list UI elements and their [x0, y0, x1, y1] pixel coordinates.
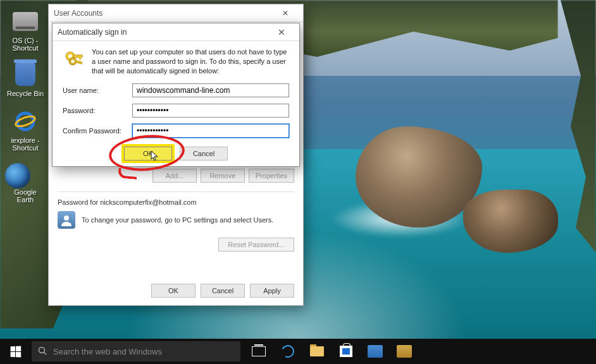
search-placeholder: Search the web and Windows: [53, 347, 162, 356]
dialog-intro-text: You can set up your computer so that use…: [92, 47, 289, 76]
desktop-icon-recycle-bin[interactable]: Recycle Bin: [5, 63, 46, 97]
search-icon: [38, 346, 47, 357]
add-button: Add...: [152, 169, 197, 183]
close-icon[interactable]: ✕: [269, 27, 294, 37]
user-icon: [58, 211, 75, 229]
start-button[interactable]: [0, 339, 30, 364]
desktop-icon-label: Recycle Bin: [5, 90, 46, 97]
dialog-title: User Accounts: [54, 9, 102, 18]
username-label: User name:: [63, 87, 132, 94]
username-input[interactable]: [132, 83, 289, 97]
password-section-heading: Password for nickscomputerfix@hotmail.co…: [58, 198, 294, 206]
earth-icon: [5, 163, 30, 188]
properties-button: Properties: [249, 169, 294, 183]
store-icon: [340, 346, 352, 357]
cancel-button[interactable]: Cancel: [180, 147, 228, 161]
password-input[interactable]: [132, 104, 289, 118]
desktop-icon-iexplore[interactable]: iexplore - Shortcut: [5, 109, 46, 152]
desktop-icon-label: OS (C) - Shortcut: [5, 37, 46, 52]
ie-icon: [13, 109, 38, 134]
password-label: Password:: [63, 107, 132, 114]
apply-button[interactable]: Apply: [250, 284, 294, 298]
desktop-icon-drive[interactable]: OS (C) - Shortcut: [5, 12, 46, 52]
svg-line-11: [44, 352, 47, 355]
svg-point-8: [71, 60, 75, 63]
password-hint: To change your password, go to PC settin…: [82, 216, 273, 224]
dialog-titlebar[interactable]: User Accounts ✕: [49, 4, 303, 22]
svg-rect-6: [79, 58, 81, 60]
ok-button[interactable]: OK: [151, 284, 196, 298]
desktop-icon-label: iexplore - Shortcut: [5, 136, 46, 152]
task-view-icon: [252, 346, 266, 356]
cancel-button[interactable]: Cancel: [201, 284, 245, 298]
auto-signin-dialog: Automatically sign in ✕ You can set up y…: [52, 23, 300, 167]
windows-icon: [10, 346, 21, 357]
desktop-icon-label: Google Earth: [5, 188, 46, 203]
search-input[interactable]: Search the web and Windows: [32, 341, 240, 361]
edge-button[interactable]: [273, 339, 302, 364]
recycle-bin-icon: [15, 63, 35, 86]
drive-icon: [13, 12, 38, 31]
svg-point-10: [39, 347, 45, 353]
svg-rect-5: [73, 55, 82, 58]
desktop-icons: OS (C) - Shortcut Recycle Bin iexplore -…: [5, 9, 49, 215]
ok-button[interactable]: OK: [124, 147, 172, 161]
file-explorer-button[interactable]: [302, 339, 332, 364]
task-view-button[interactable]: [244, 339, 273, 364]
keys-icon: [63, 47, 85, 70]
close-icon[interactable]: ✕: [273, 9, 298, 18]
confirm-password-input[interactable]: [132, 124, 289, 138]
svg-point-2: [64, 215, 69, 221]
taskbar: Search the web and Windows: [0, 339, 596, 364]
app-icon: [368, 345, 383, 358]
app-icon: [397, 345, 412, 358]
confirm-password-label: Confirm Password:: [63, 127, 132, 135]
taskbar-app-2[interactable]: [390, 339, 419, 364]
folder-icon: [310, 346, 324, 356]
dialog-titlebar[interactable]: Automatically sign in ✕: [53, 23, 299, 41]
store-button[interactable]: [332, 339, 361, 364]
remove-button: Remove: [201, 169, 245, 183]
desktop-icon-google-earth[interactable]: Google Earth: [5, 163, 46, 203]
dialog-title: Automatically sign in: [58, 28, 127, 37]
taskbar-app-1[interactable]: [361, 339, 390, 364]
edge-icon: [280, 343, 296, 360]
reset-password-button: Reset Password...: [218, 238, 294, 252]
